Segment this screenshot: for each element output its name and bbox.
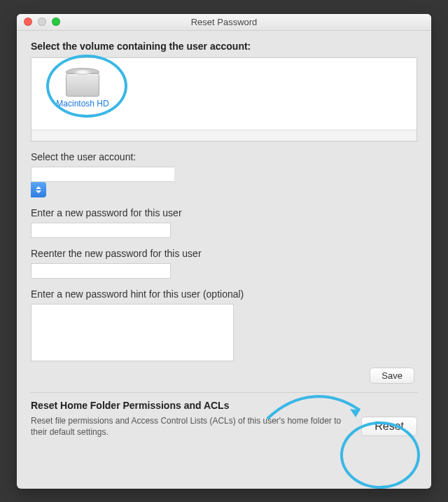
minimize-window-button[interactable] [38, 18, 46, 26]
reenter-password-label: Reenter the new password for this user [31, 248, 417, 259]
titlebar: Reset Password [17, 14, 431, 31]
volume-list: Macintosh HD [31, 57, 417, 141]
permissions-description: Reset file permissions and Access Contro… [31, 415, 350, 438]
password-hint-input[interactable] [31, 304, 234, 361]
select-volume-heading: Select the volume containing the user ac… [31, 41, 417, 52]
select-account-label: Select the user account: [31, 151, 417, 162]
save-button[interactable]: Save [370, 368, 414, 384]
volume-list-footer [31, 130, 416, 141]
reset-password-window: Reset Password Select the volume contain… [17, 14, 431, 489]
reenter-password-input[interactable] [31, 263, 171, 279]
window-title: Reset Password [17, 17, 431, 27]
hard-disk-icon [64, 67, 101, 97]
new-password-input[interactable] [31, 223, 171, 238]
new-password-label: Enter a new password for this user [31, 207, 417, 218]
volume-item-macintosh-hd[interactable]: Macintosh HD [37, 64, 128, 110]
account-select[interactable] [31, 167, 174, 197]
permissions-section-title: Reset Home Folder Permissions and ACLs [31, 400, 417, 411]
close-window-button[interactable] [24, 18, 32, 26]
reset-button[interactable]: Reset [361, 417, 417, 436]
chevron-up-down-icon[interactable] [31, 182, 46, 197]
account-select-value[interactable] [31, 167, 174, 182]
password-hint-label: Enter a new password hint for this user … [31, 288, 417, 300]
zoom-window-button[interactable] [52, 18, 60, 26]
divider [31, 392, 417, 393]
traffic-lights [17, 18, 60, 26]
volume-name-label: Macintosh HD [56, 99, 108, 109]
window-content: Select the volume containing the user ac… [17, 31, 431, 438]
